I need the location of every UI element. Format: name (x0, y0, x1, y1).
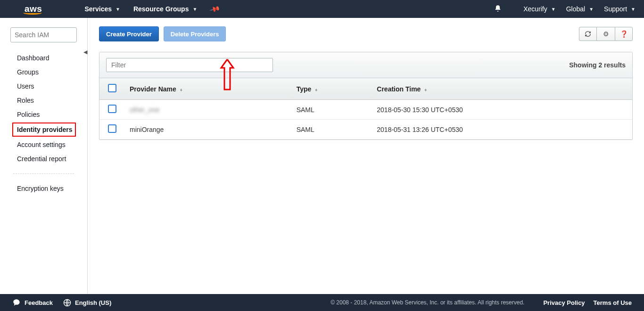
caret-down-icon: ▼ (631, 7, 636, 12)
caret-down-icon: ▼ (589, 7, 594, 12)
caret-down-icon: ▼ (551, 7, 556, 12)
caret-down-icon: ▼ (116, 7, 120, 12)
sidebar-collapse-icon[interactable]: ◀ (83, 47, 88, 57)
provider-creation-cell: 2018-05-31 13:26 UTC+0530 (372, 120, 632, 139)
language-selector[interactable]: English (US) (63, 299, 111, 307)
delete-providers-button: Delete Providers (164, 26, 226, 41)
search-iam-box[interactable] (10, 27, 77, 42)
refresh-button[interactable] (579, 27, 597, 41)
region-menu[interactable]: Global ▼ (566, 5, 594, 13)
sort-icon: ♦ (180, 87, 182, 92)
refresh-icon (585, 31, 591, 37)
col-type-label: Type (297, 85, 312, 93)
provider-type-cell: SAML (292, 120, 372, 139)
services-menu[interactable]: Services ▼ (84, 5, 120, 13)
support-menu[interactable]: Support ▼ (604, 5, 636, 13)
sidebar-item-dashboard[interactable]: Dashboard (0, 51, 87, 65)
col-type[interactable]: Type ♦ (292, 78, 372, 100)
language-label: English (US) (75, 299, 111, 306)
footer: Feedback English (US) © 2008 - 2018, Ama… (0, 294, 644, 311)
providers-table-wrapper: Showing 2 results Provider Name ♦ Type (99, 52, 633, 140)
help-button[interactable]: ❓ (615, 27, 633, 41)
feedback-link[interactable]: Feedback (12, 299, 53, 306)
sidebar-item-encryption-keys[interactable]: Encryption keys (0, 181, 87, 196)
account-menu[interactable]: Xecurify ▼ (523, 5, 555, 13)
settings-button[interactable]: ⚙ (597, 27, 615, 41)
sidebar-item-credential-report[interactable]: Credential report (0, 152, 87, 166)
sidebar: ◀ Dashboard Groups Users Roles Policies … (0, 18, 88, 294)
main-area: ◀ Dashboard Groups Users Roles Policies … (0, 18, 644, 294)
create-provider-button[interactable]: Create Provider (99, 26, 159, 41)
select-all-header (99, 78, 125, 100)
sidebar-item-account-settings[interactable]: Account settings (0, 138, 87, 152)
sort-icon: ♦ (315, 87, 316, 92)
copyright-text: © 2008 - 2018, Amazon Web Services, Inc.… (330, 299, 524, 306)
sidebar-item-identity-providers[interactable]: Identity providers (12, 123, 76, 137)
caret-down-icon: ▼ (192, 7, 197, 12)
sidebar-item-users[interactable]: Users (0, 79, 87, 93)
terms-of-use-link[interactable]: Terms of Use (594, 299, 632, 306)
col-creation-time-label: Creation Time (377, 85, 421, 93)
sidebar-item-roles[interactable]: Roles (0, 93, 87, 107)
filter-input[interactable] (106, 58, 273, 72)
pin-icon[interactable]: 📌 (209, 3, 221, 15)
provider-name-cell: other_one (130, 106, 159, 114)
results-count: Showing 2 results (569, 61, 626, 69)
privacy-policy-link[interactable]: Privacy Policy (543, 299, 585, 306)
action-bar: Create Provider Delete Providers ⚙ ❓ (99, 26, 633, 41)
gear-icon: ⚙ (603, 30, 609, 38)
notifications-icon[interactable] (494, 4, 502, 14)
search-iam-input[interactable] (15, 31, 73, 39)
row-checkbox[interactable] (108, 124, 116, 133)
speech-bubble-icon (12, 299, 21, 306)
top-nav: aws Services ▼ Resource Groups ▼ 📌 Xecur… (0, 0, 644, 18)
sidebar-item-policies[interactable]: Policies (0, 107, 87, 122)
row-checkbox[interactable] (108, 105, 116, 113)
provider-type-cell: SAML (292, 100, 372, 120)
sidebar-divider (13, 173, 74, 174)
provider-creation-cell: 2018-05-30 15:30 UTC+0530 (372, 100, 632, 120)
account-label: Xecurify (523, 5, 547, 13)
content-area: Create Provider Delete Providers ⚙ ❓ (88, 18, 644, 294)
region-label: Global (566, 5, 585, 13)
sidebar-item-groups[interactable]: Groups (0, 65, 87, 79)
sort-icon: ♦ (424, 87, 426, 92)
aws-logo[interactable]: aws (25, 4, 61, 14)
col-provider-name-label: Provider Name (130, 85, 176, 93)
select-all-checkbox[interactable] (108, 84, 116, 92)
resource-groups-label: Resource Groups (133, 5, 189, 13)
help-icon: ❓ (620, 30, 628, 38)
provider-name-cell: miniOrange (125, 120, 292, 139)
feedback-label: Feedback (25, 299, 53, 306)
globe-icon (63, 299, 71, 307)
resource-groups-menu[interactable]: Resource Groups ▼ (133, 5, 197, 13)
table-toolbar: ⚙ ❓ (579, 27, 633, 41)
support-label: Support (604, 5, 627, 13)
filter-row: Showing 2 results (99, 52, 632, 78)
col-provider-name[interactable]: Provider Name ♦ (125, 78, 292, 100)
table-row[interactable]: other_one SAML 2018-05-30 15:30 UTC+0530 (99, 100, 632, 120)
table-row[interactable]: miniOrange SAML 2018-05-31 13:26 UTC+053… (99, 120, 632, 139)
providers-table: Provider Name ♦ Type ♦ Creation Time ♦ (99, 78, 632, 139)
services-label: Services (84, 5, 112, 13)
col-creation-time[interactable]: Creation Time ♦ (372, 78, 632, 100)
